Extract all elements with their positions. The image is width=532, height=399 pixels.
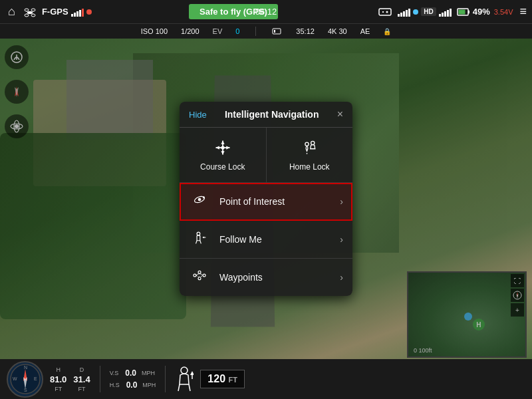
h-unit: FT — [55, 386, 62, 392]
drone-icon — [23, 7, 37, 17]
ev-label: EV — [213, 27, 223, 35]
speed-display: V.S 0.0 MPH H.S 0.0 MPH — [110, 368, 156, 390]
height-display: H 81.0 FT — [50, 366, 66, 392]
top-hud-bar: ⌂ F-GPS — [0, 0, 532, 39]
distance-display: D 31.4 FT — [73, 366, 90, 392]
svg-point-1 — [31, 9, 35, 11]
vs-unit: MPH — [142, 370, 155, 376]
poi-label: Point of Interest — [219, 196, 331, 207]
vs-row: V.S 0.0 MPH — [110, 368, 156, 378]
svg-line-40 — [200, 241, 201, 244]
gps-label: F-GPS — [42, 7, 68, 17]
svg-marker-30 — [226, 146, 229, 149]
h-value: 81.0 — [50, 374, 66, 384]
intelligent-nav-modal: Hide Intelligent Navigation × Course Loc… — [180, 102, 352, 296]
course-lock-label: Course Lock — [200, 162, 245, 172]
svg-point-45 — [203, 274, 205, 277]
vs-value: 0.0 — [125, 368, 136, 378]
top-bar-row2: ISO 100 1/200 EV 0 35:12 4K 30 AE 🔒 — [0, 23, 532, 39]
lock-icon: 🔒 — [383, 28, 391, 35]
follow-me-button[interactable]: Follow Me › — [180, 221, 352, 259]
hd-badge: HD — [421, 7, 436, 16]
svg-point-38 — [197, 232, 200, 235]
alt-value: 120 — [207, 373, 225, 384]
poi-chevron: › — [340, 196, 343, 207]
svg-text:W: W — [13, 376, 17, 381]
svg-line-59 — [189, 384, 190, 391]
divider-2 — [165, 366, 166, 392]
hs-value: 0.0 — [126, 380, 138, 390]
signal-dot-cyan — [413, 9, 418, 15]
svg-point-37 — [203, 196, 205, 198]
rc-button[interactable] — [375, 5, 395, 19]
hd-signal-bars — [439, 7, 452, 17]
svg-text:S: S — [24, 388, 27, 392]
flight-timer: 06:12 — [255, 7, 277, 17]
course-lock-icon — [213, 138, 232, 157]
ev-value: 0 — [235, 27, 239, 35]
svg-point-43 — [194, 274, 196, 277]
hs-row: H.S 0.0 MPH — [110, 380, 156, 390]
modal-top-grid: Course Lock Home Lock — [180, 128, 352, 183]
svg-marker-28 — [221, 151, 224, 154]
bottom-hud-bar: N S E W H 81.0 FT D 31.4 FT V.S 0.0 MPH … — [0, 359, 532, 399]
rc-signal-bars — [398, 7, 410, 17]
alt-unit: FT — [228, 376, 237, 384]
svg-point-44 — [198, 271, 201, 273]
svg-rect-14 — [458, 9, 465, 14]
svg-point-12 — [386, 11, 388, 13]
home-icon: ⌂ — [8, 5, 15, 19]
svg-rect-9 — [379, 9, 391, 15]
storage-time: 35:12 — [296, 27, 315, 35]
divider-1 — [100, 366, 100, 392]
poi-icon — [189, 192, 210, 211]
follow-me-label: Follow Me — [219, 234, 331, 245]
modal-close-button[interactable]: × — [337, 108, 343, 120]
svg-point-46 — [198, 277, 201, 280]
battery-voltage: 3.54V — [494, 8, 513, 16]
storage-icon — [272, 27, 281, 35]
svg-marker-27 — [221, 141, 224, 144]
rc-icon — [378, 7, 392, 17]
drone-button[interactable] — [21, 5, 39, 19]
point-of-interest-button[interactable]: Point of Interest › — [180, 183, 352, 221]
svg-rect-4 — [28, 11, 32, 14]
svg-point-2 — [25, 14, 29, 17]
svg-text:E: E — [34, 376, 37, 381]
d-unit: FT — [78, 386, 85, 392]
hs-label: H.S — [110, 382, 120, 388]
vs-label: V.S — [110, 370, 119, 376]
battery-icon — [457, 7, 470, 17]
modal-header: Hide Intelligent Navigation × — [180, 102, 352, 128]
svg-point-31 — [221, 146, 224, 149]
home-lock-icon — [300, 138, 319, 157]
svg-point-0 — [25, 9, 29, 11]
d-value: 31.4 — [73, 374, 90, 384]
svg-rect-15 — [468, 10, 469, 13]
signal-dot-red — [86, 9, 92, 15]
compass-display: N S E W — [7, 361, 43, 398]
menu-icon[interactable]: ≡ — [519, 5, 527, 19]
modal-title: Intelligent Navigation — [212, 109, 332, 120]
waypoints-icon — [189, 268, 210, 287]
svg-text:N: N — [24, 365, 27, 370]
ae-label: AE — [360, 27, 370, 35]
course-lock-button[interactable]: Course Lock — [180, 128, 267, 182]
home-lock-label: Home Lock — [289, 162, 330, 172]
person-altitude-icon — [175, 366, 194, 392]
modal-overlay: Hide Intelligent Navigation × Course Loc… — [0, 39, 532, 359]
svg-point-32 — [311, 141, 315, 144]
home-button[interactable]: ⌂ — [5, 3, 18, 20]
svg-point-3 — [31, 14, 35, 17]
resolution: 4K 30 — [328, 27, 347, 35]
altitude-display: 120 FT — [200, 370, 245, 388]
modal-hide-button[interactable]: Hide — [189, 110, 207, 120]
waypoints-button[interactable]: Waypoints › — [180, 259, 352, 296]
compass-svg: N S E W — [9, 362, 42, 396]
svg-marker-42 — [203, 236, 204, 238]
home-lock-button[interactable]: Home Lock — [267, 128, 353, 182]
h-label: H — [56, 366, 61, 373]
follow-me-chevron: › — [340, 234, 343, 245]
svg-rect-16 — [273, 29, 281, 34]
svg-marker-29 — [215, 146, 219, 149]
